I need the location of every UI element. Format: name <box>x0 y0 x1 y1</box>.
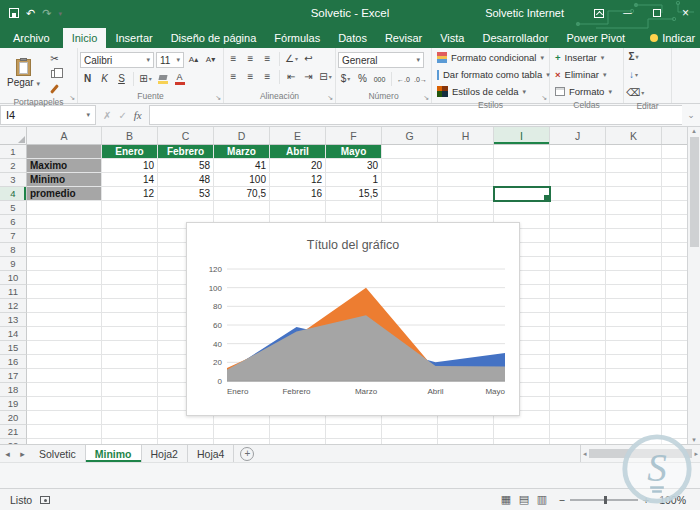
cell-B15[interactable] <box>102 341 158 355</box>
cell-2-overflow[interactable] <box>662 159 687 173</box>
cell-B3[interactable]: 14 <box>102 173 158 187</box>
cell-7-overflow[interactable] <box>662 229 687 243</box>
cancel-formula-button[interactable]: ✗ <box>103 110 111 121</box>
cell-D1[interactable]: Marzo <box>214 145 270 159</box>
cell-J3[interactable] <box>550 173 606 187</box>
cell-F2[interactable]: 30 <box>326 159 382 173</box>
cell-14-overflow[interactable] <box>662 327 687 341</box>
cell-I5[interactable] <box>494 201 550 215</box>
cell-I4[interactable] <box>494 187 550 201</box>
cell-I1[interactable] <box>494 145 550 159</box>
sheet-nav-next-button[interactable]: ▸ <box>15 445 30 462</box>
column-header-A[interactable]: A <box>27 127 102 144</box>
ribbon-tab-vista[interactable]: Vista <box>431 28 473 48</box>
cell-K12[interactable] <box>606 299 662 313</box>
cell-E1[interactable]: Abril <box>270 145 326 159</box>
cell-K7[interactable] <box>606 229 662 243</box>
cell-E22[interactable] <box>270 439 326 444</box>
cell-B17[interactable] <box>102 369 158 383</box>
cell-D22[interactable] <box>214 439 270 444</box>
cell-J21[interactable] <box>550 425 606 439</box>
cell-F3[interactable]: 1 <box>326 173 382 187</box>
cell-E5[interactable] <box>270 201 326 215</box>
row-header-20[interactable]: 20 <box>0 411 27 425</box>
undo-button[interactable]: ↶ <box>26 8 35 19</box>
autosum-button[interactable]: Σ▾ <box>626 50 641 64</box>
embedded-area-chart[interactable]: Título del gráfico020406080100120EneroFe… <box>186 222 520 416</box>
align-top-button[interactable]: ≡ <box>226 52 241 66</box>
cell-C4[interactable]: 53 <box>158 187 214 201</box>
ribbon-tab-revisar[interactable]: Revisar <box>376 28 431 48</box>
cell-A17[interactable] <box>27 369 102 383</box>
cell-A10[interactable] <box>27 271 102 285</box>
insert-function-button[interactable]: fx <box>134 109 142 121</box>
sheet-tab-hoja4[interactable]: Hoja4 <box>188 445 234 462</box>
cell-A1[interactable] <box>27 145 102 159</box>
cell-18-overflow[interactable] <box>662 383 687 397</box>
row-header-17[interactable]: 17 <box>0 369 27 383</box>
orientation-button[interactable]: ∠▾ <box>284 52 299 66</box>
zoom-percent[interactable]: 100% <box>659 494 686 506</box>
fill-color-button[interactable] <box>155 72 170 86</box>
cell-styles-button[interactable]: Estilos de celda▾ <box>434 84 547 99</box>
cell-K21[interactable] <box>606 425 662 439</box>
view-normal-button[interactable]: ▦ <box>497 493 515 506</box>
cell-C5[interactable] <box>158 201 214 215</box>
cell-K18[interactable] <box>606 383 662 397</box>
cell-19-overflow[interactable] <box>662 397 687 411</box>
cell-C22[interactable] <box>158 439 214 444</box>
cell-B11[interactable] <box>102 285 158 299</box>
dialog-launcher-icon[interactable]: ↘ <box>215 94 221 101</box>
cell-J11[interactable] <box>550 285 606 299</box>
borders-button[interactable]: ⊞▾ <box>138 72 153 86</box>
close-button[interactable]: × <box>671 0 700 26</box>
cell-I21[interactable] <box>494 425 550 439</box>
cell-A16[interactable] <box>27 355 102 369</box>
row-header-14[interactable]: 14 <box>0 327 27 341</box>
account-name[interactable]: Solvetic Internet <box>485 7 564 19</box>
cell-B4[interactable]: 12 <box>102 187 158 201</box>
cell-K17[interactable] <box>606 369 662 383</box>
increase-decimal-button[interactable]: ←.0 <box>396 72 411 86</box>
conditional-formatting-button[interactable]: Formato condicional▾ <box>434 50 547 65</box>
ribbon-tab-archivo[interactable]: Archivo <box>0 28 63 48</box>
cell-9-overflow[interactable] <box>662 257 687 271</box>
bold-button[interactable]: N <box>80 72 95 86</box>
cell-K10[interactable] <box>606 271 662 285</box>
cell-C21[interactable] <box>158 425 214 439</box>
cell-E3[interactable]: 12 <box>270 173 326 187</box>
cell-F21[interactable] <box>326 425 382 439</box>
zoom-in-button[interactable]: + <box>643 494 649 506</box>
row-header-3[interactable]: 3 <box>0 173 27 187</box>
format-cells-button[interactable]: Formato▾ <box>552 84 621 99</box>
save-button[interactable] <box>9 8 19 18</box>
cell-C3[interactable]: 48 <box>158 173 214 187</box>
cell-H1[interactable] <box>438 145 494 159</box>
row-header-2[interactable]: 2 <box>0 159 27 173</box>
cell-K2[interactable] <box>606 159 662 173</box>
delete-cells-button[interactable]: × Eliminar▾ <box>552 67 621 82</box>
cell-A9[interactable] <box>27 257 102 271</box>
cell-K14[interactable] <box>606 327 662 341</box>
cell-G2[interactable] <box>382 159 438 173</box>
cell-A11[interactable] <box>27 285 102 299</box>
cell-J18[interactable] <box>550 383 606 397</box>
cell-B16[interactable] <box>102 355 158 369</box>
cell-H21[interactable] <box>438 425 494 439</box>
comma-format-button[interactable]: 000 <box>372 72 387 86</box>
cell-D21[interactable] <box>214 425 270 439</box>
cell-3-overflow[interactable] <box>662 173 687 187</box>
cell-E21[interactable] <box>270 425 326 439</box>
cell-B20[interactable] <box>102 411 158 425</box>
cell-G3[interactable] <box>382 173 438 187</box>
scroll-up-icon[interactable]: ▴ <box>692 127 696 135</box>
cell-J14[interactable] <box>550 327 606 341</box>
cell-13-overflow[interactable] <box>662 313 687 327</box>
cell-B10[interactable] <box>102 271 158 285</box>
cell-F1[interactable]: Mayo <box>326 145 382 159</box>
cell-K13[interactable] <box>606 313 662 327</box>
accounting-format-button[interactable]: $▾ <box>338 72 353 86</box>
clear-button[interactable]: ⌫▾ <box>626 86 644 100</box>
italic-button[interactable]: K <box>97 72 112 86</box>
cell-B9[interactable] <box>102 257 158 271</box>
